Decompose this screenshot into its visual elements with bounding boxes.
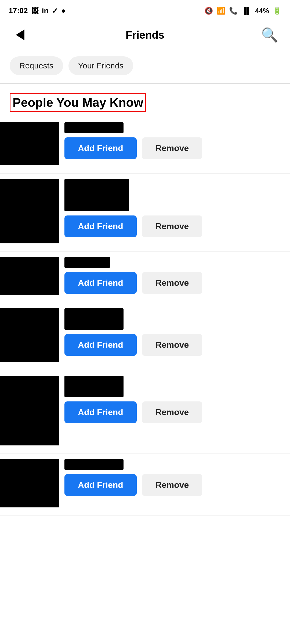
- add-friend-button[interactable]: Add Friend: [64, 215, 137, 237]
- remove-button[interactable]: Remove: [142, 272, 202, 294]
- list-item: Add Friend Remove: [0, 454, 290, 516]
- avatar: [0, 179, 59, 243]
- person-name-bar: [64, 459, 124, 470]
- add-friend-button[interactable]: Add Friend: [64, 474, 137, 496]
- signal-icon: ▐▌: [241, 7, 251, 15]
- add-friend-button[interactable]: Add Friend: [64, 334, 137, 356]
- section-title: People You May Know: [10, 93, 146, 112]
- list-item: Add Friend Remove: [0, 303, 290, 370]
- person-name-bar: [64, 376, 124, 397]
- person-name-bar: [64, 257, 110, 268]
- action-buttons: Add Friend Remove: [64, 401, 280, 423]
- avatar: [0, 308, 59, 362]
- add-friend-button[interactable]: Add Friend: [64, 272, 137, 294]
- avatar: [0, 257, 59, 295]
- list-item: Add Friend Remove: [0, 174, 290, 252]
- header: Friends 🔍: [0, 21, 290, 48]
- back-button[interactable]: [11, 25, 30, 44]
- filter-tabs: Requests Your Friends: [0, 48, 290, 84]
- add-friend-button[interactable]: Add Friend: [64, 401, 137, 423]
- person-info: Add Friend Remove: [64, 376, 280, 423]
- check-icon: ✓: [52, 6, 58, 15]
- tab-requests[interactable]: Requests: [10, 56, 63, 75]
- action-buttons: Add Friend Remove: [64, 137, 280, 159]
- avatar: [0, 122, 59, 165]
- remove-button[interactable]: Remove: [142, 137, 202, 159]
- person-info: Add Friend Remove: [64, 459, 280, 496]
- person-name-bar: [64, 122, 124, 133]
- action-buttons: Add Friend Remove: [64, 334, 280, 356]
- photo-icon: 🖼: [31, 6, 39, 15]
- page-title: Friends: [126, 29, 164, 41]
- tab-your-friends[interactable]: Your Friends: [68, 56, 133, 75]
- linkedin-icon: in: [42, 6, 49, 15]
- battery-percent: 44%: [255, 7, 269, 15]
- person-info: Add Friend Remove: [64, 179, 280, 237]
- search-icon: 🔍: [261, 27, 278, 43]
- person-info: Add Friend Remove: [64, 122, 280, 159]
- action-buttons: Add Friend Remove: [64, 272, 280, 294]
- action-buttons: Add Friend Remove: [64, 474, 280, 496]
- call-icon: 📞: [229, 7, 238, 15]
- section-title-wrapper: People You May Know: [0, 84, 290, 117]
- list-item: Add Friend Remove: [0, 117, 290, 174]
- remove-button[interactable]: Remove: [142, 215, 202, 237]
- wifi-icon: 📶: [217, 7, 225, 15]
- dot-icon: ●: [61, 6, 66, 15]
- remove-button[interactable]: Remove: [142, 334, 202, 356]
- person-info: Add Friend Remove: [64, 308, 280, 356]
- people-list: Add Friend Remove Add Friend Remove Add …: [0, 117, 290, 516]
- status-time: 17:02: [9, 6, 28, 15]
- person-name-bar: [64, 179, 129, 211]
- avatar: [0, 459, 59, 507]
- status-left: 17:02 🖼 in ✓ ●: [9, 6, 66, 15]
- remove-button[interactable]: Remove: [142, 401, 202, 423]
- add-friend-button[interactable]: Add Friend: [64, 137, 137, 159]
- mute-icon: 🔇: [204, 7, 213, 15]
- remove-button[interactable]: Remove: [142, 474, 202, 496]
- avatar: [0, 376, 59, 445]
- action-buttons: Add Friend Remove: [64, 215, 280, 237]
- person-info: Add Friend Remove: [64, 257, 280, 294]
- status-right: 🔇 📶 📞 ▐▌ 44% 🔋: [204, 7, 281, 15]
- person-name-bar: [64, 308, 124, 330]
- battery-icon: 🔋: [273, 7, 281, 15]
- list-item: Add Friend Remove: [0, 370, 290, 454]
- search-button[interactable]: 🔍: [260, 25, 279, 44]
- back-arrow-icon: [16, 30, 24, 40]
- list-item: Add Friend Remove: [0, 252, 290, 303]
- status-bar: 17:02 🖼 in ✓ ● 🔇 📶 📞 ▐▌ 44% 🔋: [0, 0, 290, 21]
